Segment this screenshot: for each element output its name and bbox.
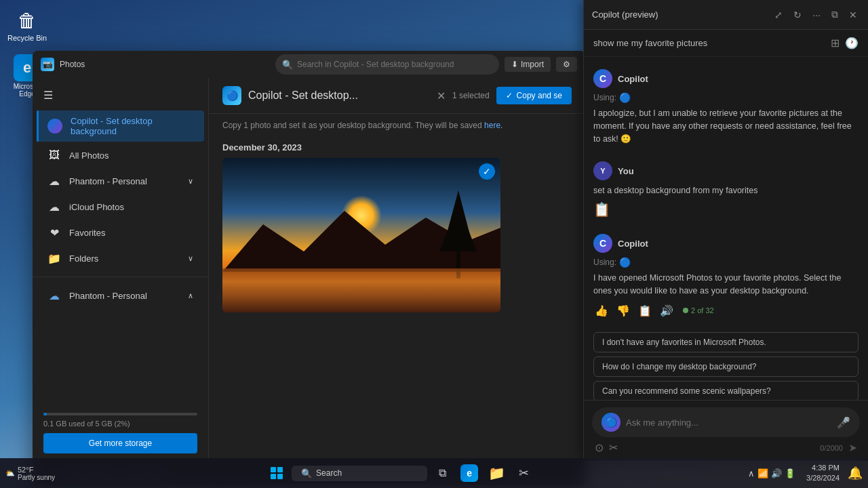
taskbar-clock[interactable]: 4:38 PM 3/28/2024 [801,463,845,484]
copilot-user-query-bar: show me my favorite pictures ⊞ 🕐 [584,30,868,57]
weather-desc: Partly sunny [18,474,55,481]
photo-selected-checkmark: ✓ [479,163,495,180]
all-photos-label: All Photos [69,150,109,161]
photo-item[interactable]: ✓ [222,158,500,312]
photos-body: ☰ Copilot - Set desktop background 🖼 All… [33,78,585,485]
sidebar-menu-toggle[interactable]: ☰ [33,83,208,107]
copilot-close-button[interactable]: ✕ [846,8,860,22]
attachment-icon: 📋 [593,202,610,217]
system-tray-icons: ∧ 📶 🔊 🔋 [745,468,798,479]
copy-set-button[interactable]: ✓ Copy and se [496,87,572,104]
storage-bar-background [43,413,197,415]
copilot-open-button[interactable]: ⤢ [772,8,785,22]
copilot-text-input[interactable] [626,418,831,428]
suggestion-chip-1[interactable]: How do I change my desktop background? [593,357,859,377]
mic-button[interactable]: 🎤 [837,416,850,429]
taskbar: ⛅ 52°F Partly sunny 🔍 Search ⧉ e [0,458,868,488]
taskview-button[interactable]: ⧉ [430,461,454,485]
get-more-storage-button[interactable]: Get more storage [43,433,197,453]
storage-section: 0.1 GB used of 5 GB (2%) Get more storag… [33,401,208,462]
thumbs-up-button[interactable]: 👍 [593,303,610,319]
all-photos-icon: 🖼 [47,148,61,162]
page-dot [683,308,688,313]
sidebar-item-copilot[interactable]: Copilot - Set desktop background [37,110,204,142]
taskview-icon: ⧉ [439,467,446,479]
copy-message-button[interactable]: 📋 [637,303,653,319]
weather-temp: 52°F [18,466,55,474]
using-icon-2: 🔵 [619,257,631,268]
copilot-input-toolbar: ⊙ ✂ 0/2000 ➤ [592,437,860,454]
photos-app-icon: 📷 [41,58,54,71]
taskbar-weather[interactable]: ⛅ 52°F Partly sunny [0,466,60,481]
char-count: 0/2000 [820,444,843,452]
using-label-2: Using: 🔵 [593,257,859,268]
screenshot-button[interactable]: ⊙ [595,441,604,454]
import-button[interactable]: ⬇ Import [505,57,551,72]
copilot-titlebar-icons: ⤢ ↻ ··· ⧉ ✕ [772,7,860,22]
date-label: December 30, 2023 [222,142,572,152]
sidebar-item-folders[interactable]: 📁 Folders ∨ [37,246,204,270]
settings-button[interactable]: ⚙ [556,57,577,72]
taskbar-explorer[interactable]: 📁 [484,461,509,485]
suggestion-chip-2[interactable]: Can you recommend some scenic wallpapers… [593,381,859,401]
you-message-1: Y You set a desktop background from my f… [584,155,868,224]
folders-expand-icon: ∨ [188,254,193,263]
snip-icon: ✂ [519,466,529,481]
sidebar-item-phantom-personal[interactable]: ☁ Phantom - Personal ∨ [37,169,204,193]
sidebar: ☰ Copilot - Set desktop background 🖼 All… [33,78,209,485]
you-message-attachment: 📋 [593,201,859,218]
you-avatar: Y [593,161,612,180]
photos-search-bar[interactable]: 🔍 [275,54,499,75]
storage-text: 0.1 GB used of 5 GB (2%) [43,420,197,428]
network-icon[interactable]: 📶 [757,468,768,479]
selected-badge: 1 selected [452,91,490,100]
description-text: Copy 1 photo and set it as your desktop … [222,121,482,130]
taskbar-edge-icon: e [460,464,478,482]
query-icons: ⊞ 🕐 [831,37,859,49]
copilot-split-button[interactable]: ⧉ [829,7,841,22]
battery-icon[interactable]: 🔋 [785,468,795,479]
checkmark-icon: ✓ [506,91,513,100]
sidebar-item-icloud[interactable]: ☁ iCloud Photos [37,195,204,219]
photo-landscape [222,158,500,312]
description-link[interactable]: here. [484,121,502,130]
copilot-input-avatar: 🔵 [601,413,620,432]
sidebar-item-all-photos[interactable]: 🖼 All Photos [37,143,204,167]
gallery-icon: ⊞ [831,37,840,49]
volume-button[interactable]: 🔊 [658,303,675,319]
header-close-button[interactable]: ✕ [437,89,446,102]
clip-button[interactable]: ✂ [609,441,618,454]
expand-tray-icon[interactable]: ∧ [748,468,755,479]
phantom-section-label: Phantom - Personal [69,291,147,301]
photos-app-title: Photos [60,60,270,69]
taskbar-edge[interactable]: e [457,461,481,485]
copilot-message-2: C Copilot Using: 🔵 I have opened Microso… [584,227,868,325]
page-count: 2 of 32 [683,306,714,314]
content-description: Copy 1 photo and set it as your desktop … [209,114,585,137]
taskbar-search-label: Search [316,468,342,478]
weather-icon: ⛅ [5,469,15,478]
send-button[interactable]: ➤ [848,441,857,454]
you-sender: You [618,166,634,176]
taskbar-search[interactable]: 🔍 Search [292,466,427,481]
taskbar-snip[interactable]: ✂ [511,461,536,485]
recycle-bin-icon: 🗑 [14,7,41,34]
notification-area[interactable]: 🔔 [848,466,863,481]
search-icon: 🔍 [282,60,293,70]
favorites-label: Favorites [69,228,105,238]
copilot-more-button[interactable]: ··· [810,8,823,22]
volume-icon[interactable]: 🔊 [771,468,782,479]
message-actions: 👍 👎 📋 🔊 2 of 32 [593,303,859,319]
copilot-text-2: I have opened Microsoft Photos to your f… [593,272,859,298]
suggestion-chip-0[interactable]: I don't have any favorites in Microsoft … [593,332,859,352]
sidebar-phantom-section[interactable]: ☁ Phantom - Personal ∧ [37,283,204,308]
sidebar-divider [33,277,208,277]
thumbs-down-button[interactable]: 👎 [615,303,631,319]
start-button[interactable] [264,461,289,485]
photos-titlebar: 📷 Photos 🔍 ⬇ Import ⚙ [33,51,585,78]
clock-time: 4:38 PM [812,463,840,473]
copilot-refresh-button[interactable]: ↻ [791,8,804,22]
sidebar-item-favorites[interactable]: ❤ Favorites [37,220,204,245]
recycle-bin[interactable]: 🗑 Recycle Bin [7,7,47,42]
photos-search-input[interactable] [297,60,492,69]
